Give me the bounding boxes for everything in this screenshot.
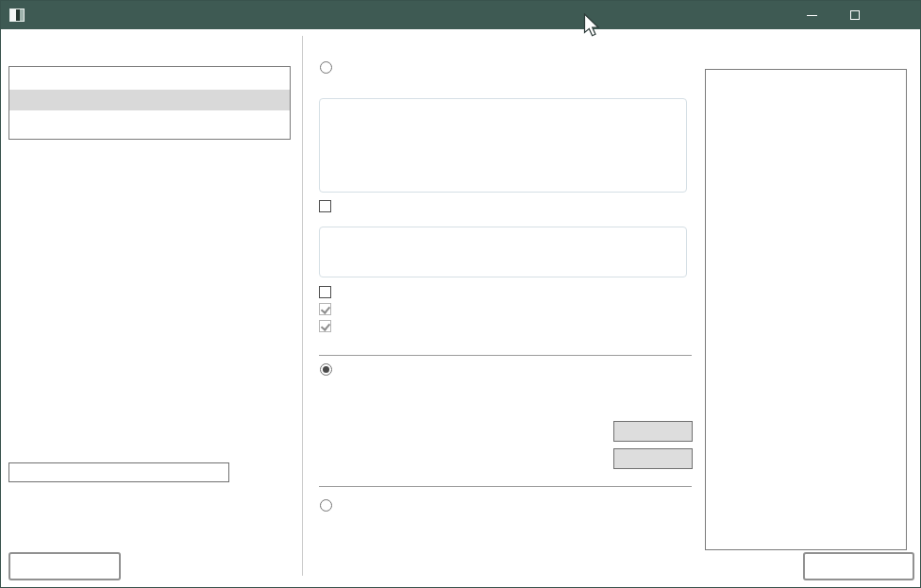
title-bar[interactable] xyxy=(1,1,920,29)
section-divider xyxy=(319,486,692,487)
checkbox-icon[interactable] xyxy=(319,200,331,212)
type-sorting-options xyxy=(320,227,686,238)
unity-assemblies-path-row xyxy=(331,448,693,469)
unity-editor-path-row xyxy=(331,421,693,442)
layout-options xyxy=(320,99,686,112)
radio-icon[interactable] xyxy=(320,61,332,74)
minimize-icon xyxy=(807,15,817,16)
checkbox-icon[interactable] xyxy=(319,320,331,332)
export-button[interactable] xyxy=(803,552,914,580)
app-icon xyxy=(9,8,25,22)
radio-icon[interactable] xyxy=(320,499,332,512)
browse-assemblies-path-button[interactable] xyxy=(613,448,693,469)
image-list-item[interactable] xyxy=(9,69,290,90)
bitcoin-address-input[interactable] xyxy=(8,462,229,482)
image-list-item-selected[interactable] xyxy=(9,90,290,110)
window-content xyxy=(1,29,920,587)
browse-editor-path-button[interactable] xyxy=(613,421,693,442)
maximize-icon xyxy=(850,10,860,20)
assembly-attributes-checkbox-row[interactable] xyxy=(319,320,340,332)
column-divider xyxy=(302,36,303,576)
compilable-output-checkbox-row[interactable] xyxy=(319,303,340,315)
visual-studio-option[interactable] xyxy=(320,363,341,376)
suppress-comments-checkbox-row[interactable] xyxy=(319,286,340,298)
maximize-button[interactable] xyxy=(833,1,877,29)
close-button[interactable] xyxy=(877,1,920,29)
checkbox-icon[interactable] xyxy=(319,286,331,298)
csharp-prototypes-option[interactable] xyxy=(320,61,341,74)
type-sorting-groupbox xyxy=(319,227,687,277)
radio-icon[interactable] xyxy=(320,363,332,376)
minimize-button[interactable] xyxy=(790,1,833,29)
layout-groupbox xyxy=(319,98,687,193)
section-divider xyxy=(319,355,692,356)
namespaces-listbox[interactable] xyxy=(705,69,907,550)
idapython-option[interactable] xyxy=(320,499,341,512)
back-button[interactable] xyxy=(8,552,121,580)
checkbox-icon[interactable] xyxy=(319,303,331,315)
flatten-checkbox-row[interactable] xyxy=(319,200,340,212)
app-window xyxy=(0,0,921,588)
titlebar-buttons xyxy=(790,1,920,29)
image-listbox[interactable] xyxy=(8,66,291,140)
